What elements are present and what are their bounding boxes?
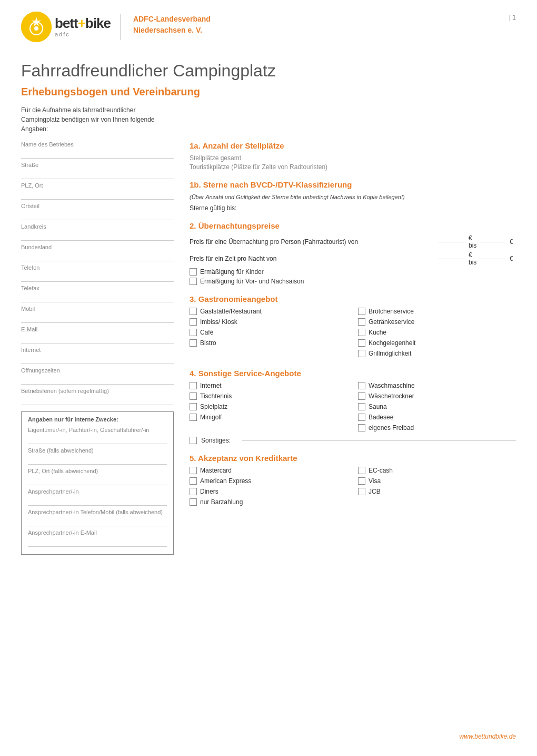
right-column: 1a. Anzahl der Stellplätze Stellplätze g… [190, 141, 516, 508]
price-from[interactable] [438, 242, 464, 242]
checkbox-item: Mastercard [190, 467, 347, 474]
checkbox[interactable] [190, 467, 197, 474]
price-to[interactable] [479, 242, 505, 242]
checkbox[interactable] [358, 329, 365, 336]
field-value[interactable] [21, 148, 174, 156]
field-value[interactable] [21, 210, 174, 218]
checkbox[interactable] [358, 488, 365, 495]
field-value[interactable] [21, 395, 174, 403]
checkbox-label: Grillmöglichkeit [369, 350, 411, 357]
field-value[interactable] [21, 312, 174, 321]
field-value[interactable] [21, 333, 174, 341]
checkbox-item: nur Barzahlung [190, 498, 347, 506]
checkbox-label: EC-cash [369, 467, 393, 474]
section-subtitle: Erhebungsbogen und Vereinbarung [21, 86, 516, 98]
internal-box-title: Angaben nur für interne Zwecke: [22, 416, 167, 423]
checkbox[interactable] [358, 308, 365, 315]
checkbox-item: Kochgelegenheit [358, 339, 516, 347]
field-label: E-Mail [21, 326, 174, 332]
field-value[interactable] [28, 536, 167, 545]
two-col-layout: Name des BetriebesStraßePLZ, OrtOrtsteil… [21, 141, 516, 555]
checkbox[interactable] [358, 467, 365, 474]
checkbox-label: Tischtennis [200, 392, 232, 400]
price-eur: € [510, 238, 516, 246]
section-5-heading: 5. Akzeptanz von Kreditkarte [190, 454, 516, 463]
checkbox[interactable] [190, 382, 197, 389]
form-field: Straße [21, 162, 174, 179]
field-label: Straße [21, 162, 174, 168]
field-value[interactable] [21, 251, 174, 259]
checkbox-item: EC-cash [358, 467, 516, 474]
section-2-checkboxes: Ermäßigung für KinderErmäßigung für Vor-… [190, 268, 516, 285]
logo-icon [21, 12, 52, 42]
internal-field: Eigentümer/-in, Pächter/-in, Geschäftsfü… [28, 427, 167, 444]
checkbox[interactable] [190, 339, 197, 347]
checkbox[interactable] [190, 329, 197, 336]
checkbox[interactable] [190, 488, 197, 495]
checkbox[interactable] [190, 437, 197, 444]
checkbox-label: eigenes Freibad [369, 424, 414, 431]
section-3-heading: 3. Gastronomieangebot [190, 294, 516, 303]
checkbox[interactable] [190, 414, 197, 421]
price-to[interactable] [479, 259, 505, 259]
internal-field: Straße (falls abweichend) [28, 447, 167, 465]
form-field: Name des Betriebes [21, 141, 174, 159]
org-line1: ADFC-Landesverband [133, 14, 211, 25]
field-label: Straße (falls abweichend) [28, 447, 167, 454]
checkbox[interactable] [190, 308, 197, 315]
checkbox[interactable] [358, 414, 365, 421]
section-2-prices: Preis für eine Übernachtung pro Person (… [190, 234, 516, 266]
field-value[interactable] [28, 475, 167, 483]
checkbox-item: Sauna [358, 403, 516, 410]
form-field: Öffnungszeiten [21, 367, 174, 385]
checkbox-item: Gaststätte/Restaurant [190, 308, 347, 315]
field-value[interactable] [28, 495, 167, 504]
checkbox-label: Mastercard [200, 467, 232, 474]
checkbox[interactable] [358, 392, 365, 400]
checkbox[interactable] [358, 318, 365, 326]
checkbox[interactable] [358, 339, 365, 347]
field-value[interactable] [28, 454, 167, 463]
checkbox-label: nur Barzahlung [200, 498, 243, 506]
field-label: Telefax [21, 285, 174, 291]
checkbox-item: Visa [358, 477, 516, 485]
field-value[interactable] [28, 434, 167, 442]
field-label: Telefon [21, 264, 174, 271]
field-value[interactable] [21, 230, 174, 239]
checkbox-label: Badesee [369, 414, 393, 421]
field-label: Ansprechpartner/-in Telefon/Mobil (falls… [28, 509, 167, 515]
checkbox[interactable] [190, 392, 197, 400]
checkbox-label: Wäschetrockner [369, 392, 414, 400]
field-value[interactable] [21, 374, 174, 382]
field-value[interactable] [21, 271, 174, 280]
field-label: Ansprechpartner/-in [28, 488, 167, 495]
checkbox[interactable] [358, 382, 365, 389]
field-value[interactable] [21, 354, 174, 362]
field-value[interactable] [28, 516, 167, 524]
price-row: Preis für ein Zelt pro Nacht von € bis € [190, 251, 516, 266]
field-value[interactable] [21, 169, 174, 177]
checkbox[interactable] [190, 498, 197, 506]
checkbox-label: Bistro [200, 339, 216, 347]
checkbox[interactable] [190, 477, 197, 485]
internal-field: PLZ, Ort (falls abweichend) [28, 468, 167, 485]
checkbox[interactable] [358, 403, 365, 410]
checkbox[interactable] [190, 278, 197, 285]
field-label: Ortsteil [21, 203, 174, 209]
logo-circle [21, 12, 52, 42]
checkbox[interactable] [190, 318, 197, 326]
checkbox[interactable] [358, 477, 365, 485]
sonstiges-label: Sonstiges: [201, 437, 238, 444]
sonstiges-row: Sonstiges: [190, 437, 516, 444]
checkbox-item: Tischtennis [190, 392, 347, 400]
checkbox[interactable] [358, 424, 365, 431]
internal-box: Angaben nur für interne Zwecke: Eigentüm… [21, 411, 174, 555]
field-value[interactable] [21, 292, 174, 300]
left-column: Name des BetriebesStraßePLZ, OrtOrtsteil… [21, 141, 174, 555]
checkbox[interactable] [358, 350, 365, 357]
checkbox[interactable] [190, 403, 197, 410]
checkbox-item: Badesee [358, 414, 516, 421]
checkbox[interactable] [190, 268, 197, 276]
price-from[interactable] [438, 259, 464, 259]
field-value[interactable] [21, 189, 174, 198]
